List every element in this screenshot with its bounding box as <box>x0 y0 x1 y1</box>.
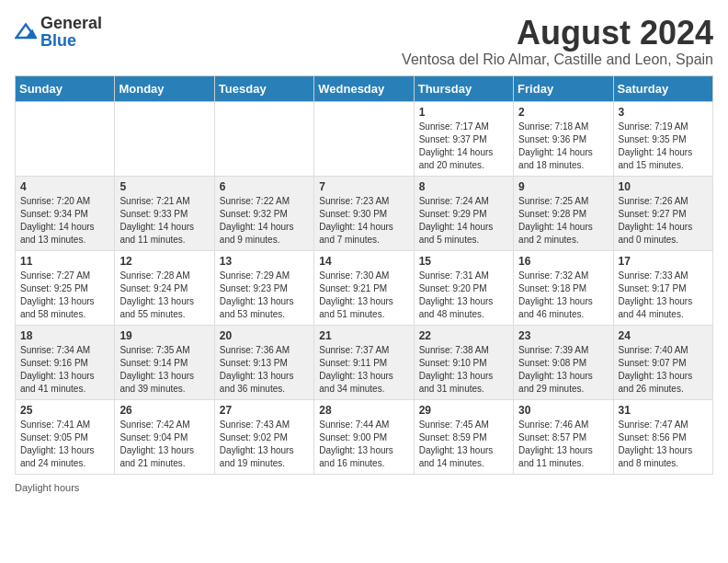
logo-blue: Blue <box>40 31 76 50</box>
calendar-day-header: Friday <box>514 75 613 101</box>
calendar-cell: 14Sunrise: 7:30 AM Sunset: 9:21 PM Dayli… <box>314 250 414 325</box>
calendar-cell: 29Sunrise: 7:45 AM Sunset: 8:59 PM Dayli… <box>414 399 513 474</box>
day-info: Sunrise: 7:20 AM Sunset: 9:34 PM Dayligh… <box>20 195 109 247</box>
calendar-week-row: 18Sunrise: 7:34 AM Sunset: 9:16 PM Dayli… <box>16 325 713 399</box>
calendar-cell: 2Sunrise: 7:18 AM Sunset: 9:36 PM Daylig… <box>514 101 613 176</box>
day-number: 31 <box>619 404 708 417</box>
day-info: Sunrise: 7:36 AM Sunset: 9:13 PM Dayligh… <box>220 344 309 396</box>
day-number: 22 <box>419 329 508 342</box>
calendar-cell: 28Sunrise: 7:44 AM Sunset: 9:00 PM Dayli… <box>314 399 414 474</box>
day-info: Sunrise: 7:35 AM Sunset: 9:14 PM Dayligh… <box>119 344 209 396</box>
calendar-cell: 26Sunrise: 7:42 AM Sunset: 9:04 PM Dayli… <box>115 399 214 474</box>
logo-text: General Blue <box>40 15 102 50</box>
day-info: Sunrise: 7:45 AM Sunset: 8:59 PM Dayligh… <box>419 419 508 470</box>
calendar-cell: 6Sunrise: 7:22 AM Sunset: 9:32 PM Daylig… <box>214 176 313 250</box>
day-number: 17 <box>619 255 708 268</box>
day-info: Sunrise: 7:22 AM Sunset: 9:32 PM Dayligh… <box>220 195 309 247</box>
calendar-cell: 24Sunrise: 7:40 AM Sunset: 9:07 PM Dayli… <box>613 325 712 399</box>
day-number: 12 <box>119 255 209 268</box>
calendar-day-header: Thursday <box>414 75 513 101</box>
title-area: August 2024 Ventosa del Rio Almar, Casti… <box>402 15 713 68</box>
day-number: 24 <box>619 329 708 342</box>
day-info: Sunrise: 7:25 AM Sunset: 9:28 PM Dayligh… <box>518 195 608 247</box>
calendar-cell: 4Sunrise: 7:20 AM Sunset: 9:34 PM Daylig… <box>16 176 115 250</box>
header: General Blue August 2024 Ventosa del Rio… <box>15 15 713 68</box>
calendar-cell <box>115 101 214 176</box>
calendar-cell: 11Sunrise: 7:27 AM Sunset: 9:25 PM Dayli… <box>16 250 115 325</box>
calendar-week-row: 25Sunrise: 7:41 AM Sunset: 9:05 PM Dayli… <box>16 399 713 474</box>
day-number: 9 <box>518 180 608 193</box>
calendar-cell: 15Sunrise: 7:31 AM Sunset: 9:20 PM Dayli… <box>414 250 513 325</box>
day-info: Sunrise: 7:28 AM Sunset: 9:24 PM Dayligh… <box>119 270 209 321</box>
subtitle: Ventosa del Rio Almar, Castille and Leon… <box>402 52 713 68</box>
day-number: 29 <box>419 404 508 417</box>
day-info: Sunrise: 7:43 AM Sunset: 9:02 PM Dayligh… <box>220 419 309 470</box>
day-number: 3 <box>619 106 708 119</box>
calendar-cell: 8Sunrise: 7:24 AM Sunset: 9:29 PM Daylig… <box>414 176 513 250</box>
calendar-day-header: Wednesday <box>314 75 414 101</box>
day-info: Sunrise: 7:27 AM Sunset: 9:25 PM Dayligh… <box>20 270 109 321</box>
day-number: 23 <box>518 329 608 342</box>
calendar-cell: 22Sunrise: 7:38 AM Sunset: 9:10 PM Dayli… <box>414 325 513 399</box>
calendar-cell: 30Sunrise: 7:46 AM Sunset: 8:57 PM Dayli… <box>514 399 613 474</box>
calendar-cell <box>314 101 414 176</box>
day-info: Sunrise: 7:17 AM Sunset: 9:37 PM Dayligh… <box>419 121 508 172</box>
svg-marker-1 <box>26 29 37 38</box>
day-number: 30 <box>518 404 608 417</box>
logo-general: General <box>40 14 102 32</box>
day-info: Sunrise: 7:46 AM Sunset: 8:57 PM Dayligh… <box>518 419 608 470</box>
day-info: Sunrise: 7:30 AM Sunset: 9:21 PM Dayligh… <box>319 270 408 321</box>
calendar-cell: 10Sunrise: 7:26 AM Sunset: 9:27 PM Dayli… <box>613 176 712 250</box>
day-number: 15 <box>419 255 508 268</box>
day-number: 13 <box>220 255 309 268</box>
calendar-cell: 5Sunrise: 7:21 AM Sunset: 9:33 PM Daylig… <box>115 176 214 250</box>
day-number: 5 <box>119 180 209 193</box>
calendar-cell: 19Sunrise: 7:35 AM Sunset: 9:14 PM Dayli… <box>115 325 214 399</box>
calendar-cell: 31Sunrise: 7:47 AM Sunset: 8:56 PM Dayli… <box>613 399 712 474</box>
calendar-week-row: 1Sunrise: 7:17 AM Sunset: 9:37 PM Daylig… <box>16 101 713 176</box>
calendar-cell <box>214 101 313 176</box>
day-number: 18 <box>20 329 109 342</box>
day-info: Sunrise: 7:40 AM Sunset: 9:07 PM Dayligh… <box>619 344 708 396</box>
calendar-cell <box>16 101 115 176</box>
day-number: 21 <box>319 329 408 342</box>
calendar-cell: 12Sunrise: 7:28 AM Sunset: 9:24 PM Dayli… <box>115 250 214 325</box>
calendar-cell: 21Sunrise: 7:37 AM Sunset: 9:11 PM Dayli… <box>314 325 414 399</box>
day-info: Sunrise: 7:29 AM Sunset: 9:23 PM Dayligh… <box>220 270 309 321</box>
day-number: 10 <box>619 180 708 193</box>
day-info: Sunrise: 7:33 AM Sunset: 9:17 PM Dayligh… <box>619 270 708 321</box>
day-info: Sunrise: 7:34 AM Sunset: 9:16 PM Dayligh… <box>20 344 109 396</box>
day-info: Sunrise: 7:37 AM Sunset: 9:11 PM Dayligh… <box>319 344 408 396</box>
day-info: Sunrise: 7:18 AM Sunset: 9:36 PM Dayligh… <box>518 121 608 172</box>
calendar-cell: 20Sunrise: 7:36 AM Sunset: 9:13 PM Dayli… <box>214 325 313 399</box>
day-info: Sunrise: 7:21 AM Sunset: 9:33 PM Dayligh… <box>119 195 209 247</box>
day-number: 4 <box>20 180 109 193</box>
calendar-cell: 23Sunrise: 7:39 AM Sunset: 9:08 PM Dayli… <box>514 325 613 399</box>
day-number: 28 <box>319 404 408 417</box>
calendar-day-header: Monday <box>115 75 214 101</box>
main-title: August 2024 <box>402 15 713 52</box>
calendar-day-header: Saturday <box>613 75 712 101</box>
calendar-day-header: Sunday <box>16 75 115 101</box>
day-number: 8 <box>419 180 508 193</box>
day-number: 1 <box>419 106 508 119</box>
day-number: 11 <box>20 255 109 268</box>
day-number: 2 <box>518 106 608 119</box>
day-info: Sunrise: 7:31 AM Sunset: 9:20 PM Dayligh… <box>419 270 508 321</box>
day-number: 6 <box>220 180 309 193</box>
day-info: Sunrise: 7:24 AM Sunset: 9:29 PM Dayligh… <box>419 195 508 247</box>
day-info: Sunrise: 7:23 AM Sunset: 9:30 PM Dayligh… <box>319 195 408 247</box>
calendar-table: SundayMondayTuesdayWednesdayThursdayFrid… <box>15 75 713 475</box>
day-number: 7 <box>319 180 408 193</box>
day-number: 25 <box>20 404 109 417</box>
day-number: 16 <box>518 255 608 268</box>
calendar-week-row: 11Sunrise: 7:27 AM Sunset: 9:25 PM Dayli… <box>16 250 713 325</box>
calendar-cell: 27Sunrise: 7:43 AM Sunset: 9:02 PM Dayli… <box>214 399 313 474</box>
calendar-cell: 13Sunrise: 7:29 AM Sunset: 9:23 PM Dayli… <box>214 250 313 325</box>
calendar-day-header: Tuesday <box>214 75 313 101</box>
day-info: Sunrise: 7:38 AM Sunset: 9:10 PM Dayligh… <box>419 344 508 396</box>
day-info: Sunrise: 7:19 AM Sunset: 9:35 PM Dayligh… <box>619 121 708 172</box>
day-number: 26 <box>119 404 209 417</box>
calendar-cell: 7Sunrise: 7:23 AM Sunset: 9:30 PM Daylig… <box>314 176 414 250</box>
day-info: Sunrise: 7:47 AM Sunset: 8:56 PM Dayligh… <box>619 419 708 470</box>
